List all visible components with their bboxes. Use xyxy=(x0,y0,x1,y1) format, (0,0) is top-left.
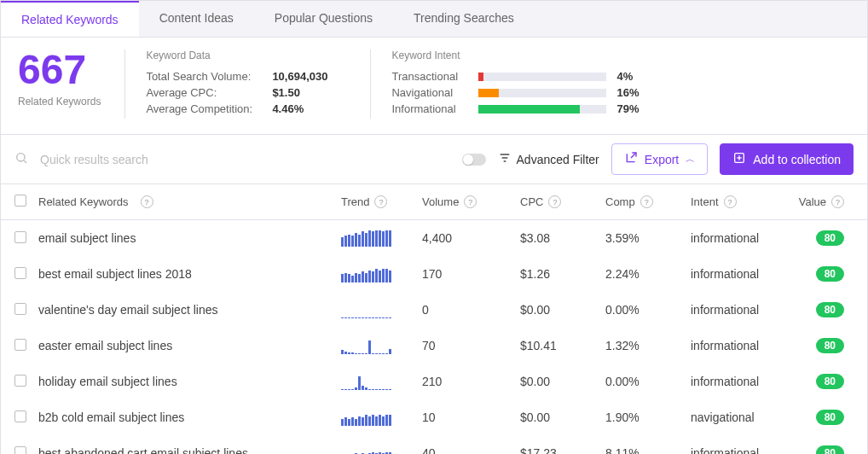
row-checkbox[interactable] xyxy=(14,303,26,315)
sparkline xyxy=(341,265,391,282)
row-checkbox[interactable] xyxy=(14,267,26,279)
value-cell: 80 xyxy=(784,410,844,425)
keyword-cell: easter email subject lines xyxy=(38,339,341,352)
intent-cell: informational xyxy=(691,446,784,454)
table-row: valentine's day email subject lines0$0.0… xyxy=(1,292,867,328)
sparkline xyxy=(341,373,391,390)
trend-cell xyxy=(341,230,422,247)
row-checkbox[interactable] xyxy=(14,446,26,455)
trend-cell xyxy=(341,265,422,282)
sparkline xyxy=(341,337,391,354)
tab-popular-questions[interactable]: Popular Questions xyxy=(254,1,393,37)
help-icon[interactable]: ? xyxy=(141,195,153,208)
filter-icon xyxy=(498,151,512,167)
trend-cell xyxy=(341,301,422,318)
table-row: best abandoned cart email subject lines4… xyxy=(1,435,867,454)
comp-cell: 3.59% xyxy=(605,231,691,245)
trend-cell xyxy=(341,337,422,354)
table-row: holiday email subject lines210$0.000.00%… xyxy=(1,364,867,399)
value-badge: 80 xyxy=(816,445,844,454)
value-cell: 80 xyxy=(784,374,844,389)
tabs: Related KeywordsContent IdeasPopular Que… xyxy=(1,1,867,38)
keyword-cell: email subject lines xyxy=(38,231,341,245)
comp-cell: 2.24% xyxy=(605,267,691,281)
summary: 667 Related Keywords Keyword Data Total … xyxy=(1,38,867,135)
keyword-cell: holiday email subject lines xyxy=(38,375,341,388)
value-badge: 80 xyxy=(816,302,844,317)
row-checkbox[interactable] xyxy=(14,339,26,351)
trend-cell xyxy=(341,409,422,426)
table-row: best email subject lines 2018170$1.262.2… xyxy=(1,256,867,292)
row-checkbox[interactable] xyxy=(14,375,26,387)
sparkline xyxy=(341,230,391,247)
export-button[interactable]: Export ︿ xyxy=(611,143,708,175)
sparkline xyxy=(341,301,391,318)
row-checkbox[interactable] xyxy=(14,231,26,243)
sparkline xyxy=(341,445,391,454)
value-badge: 80 xyxy=(816,338,844,353)
value-badge: 80 xyxy=(816,230,844,246)
svg-point-0 xyxy=(17,153,25,160)
toolbar: Advanced Filter Export ︿ Add to collecti… xyxy=(1,135,867,184)
chevron-up-icon: ︿ xyxy=(686,153,695,166)
comp-cell: 1.90% xyxy=(605,410,691,424)
intent-cell: navigational xyxy=(691,410,784,424)
help-icon[interactable]: ? xyxy=(548,195,561,208)
table-row: easter email subject lines70$10.411.32%i… xyxy=(1,328,867,364)
toggle-switch[interactable] xyxy=(462,154,486,166)
export-icon xyxy=(624,151,638,167)
value-badge: 80 xyxy=(816,410,844,425)
intent-cell: informational xyxy=(691,303,784,317)
table-header: Related Keywords? Trend? Volume? CPC? Co… xyxy=(1,184,867,220)
keyword-intent-block: Keyword Intent Transactional4%Navigation… xyxy=(391,49,850,119)
volume-cell: 170 xyxy=(422,267,520,281)
keyword-cell: valentine's day email subject lines xyxy=(38,303,341,317)
cpc-cell: $0.00 xyxy=(520,410,605,424)
tab-trending-searches[interactable]: Trending Searches xyxy=(393,1,535,37)
help-icon[interactable]: ? xyxy=(831,195,844,208)
volume-cell: 0 xyxy=(422,303,520,317)
keyword-count-label: Related Keywords xyxy=(18,96,101,108)
trend-cell xyxy=(341,373,422,390)
intent-row: Navigational16% xyxy=(391,86,850,99)
help-icon[interactable]: ? xyxy=(464,195,477,208)
cpc-cell: $10.41 xyxy=(520,339,605,352)
row-checkbox[interactable] xyxy=(14,410,26,422)
value-cell: 80 xyxy=(784,230,844,246)
value-cell: 80 xyxy=(784,445,844,454)
cpc-cell: $3.08 xyxy=(520,231,605,245)
advanced-filter-button[interactable]: Advanced Filter xyxy=(498,151,599,167)
volume-cell: 210 xyxy=(422,375,520,388)
value-cell: 80 xyxy=(784,302,844,317)
cpc-cell: $1.26 xyxy=(520,267,605,281)
cpc-cell: $17.23 xyxy=(520,446,605,454)
keyword-cell: best abandoned cart email subject lines xyxy=(38,446,341,454)
intent-cell: informational xyxy=(691,339,784,352)
tab-content-ideas[interactable]: Content Ideas xyxy=(139,1,254,37)
value-cell: 80 xyxy=(784,338,844,353)
search-input[interactable] xyxy=(40,153,450,166)
volume-cell: 70 xyxy=(422,339,520,352)
intent-cell: informational xyxy=(691,231,784,245)
volume-cell: 4,400 xyxy=(422,231,520,245)
table-row: email subject lines4,400$3.083.59%inform… xyxy=(1,220,867,256)
add-to-collection-button[interactable]: Add to collection xyxy=(720,143,854,175)
keyword-tool-panel: Related KeywordsContent IdeasPopular Que… xyxy=(0,0,868,454)
value-cell: 80 xyxy=(784,266,844,282)
tab-related-keywords[interactable]: Related Keywords xyxy=(1,1,139,37)
help-icon[interactable]: ? xyxy=(640,195,653,208)
trend-cell xyxy=(341,445,422,454)
count-block: 667 Related Keywords xyxy=(18,49,125,119)
table-row: b2b cold email subject lines10$0.001.90%… xyxy=(1,399,867,435)
comp-cell: 8.11% xyxy=(605,446,691,454)
keyword-count: 667 xyxy=(18,49,101,90)
select-all-checkbox[interactable] xyxy=(14,195,26,207)
comp-cell: 0.00% xyxy=(605,375,691,388)
svg-line-1 xyxy=(24,160,26,163)
intent-cell: informational xyxy=(691,375,784,388)
value-badge: 80 xyxy=(816,374,844,389)
add-icon xyxy=(732,151,746,167)
help-icon[interactable]: ? xyxy=(724,195,737,208)
help-icon[interactable]: ? xyxy=(374,195,387,208)
comp-cell: 1.32% xyxy=(605,339,691,352)
